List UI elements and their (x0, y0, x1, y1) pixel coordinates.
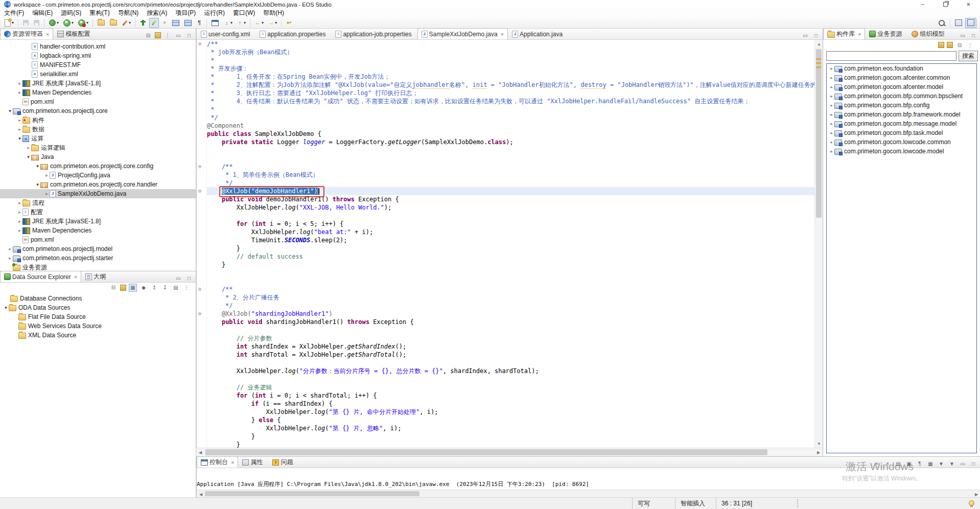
tree-expand-arrow-icon[interactable]: ▾ (3, 305, 9, 310)
tree-expand-arrow-icon[interactable]: ▸ (17, 118, 22, 123)
tree-item[interactable]: ▸com.primeton.gocom.bfp.common.bpsclient (827, 91, 976, 101)
tree-expand-arrow-icon[interactable]: ▸ (26, 145, 31, 150)
minimize-view-icon[interactable]: ▭ (174, 274, 182, 282)
save-all-icon[interactable] (32, 18, 41, 28)
code-line[interactable]: public void demoJobHandler1() throws Exc… (207, 195, 814, 203)
tree-item[interactable]: xserialkiller.xml (0, 70, 196, 79)
dropdown-arrow-icon[interactable]: ▾ (57, 20, 59, 25)
tree-expand-arrow-icon[interactable]: ▸ (829, 84, 834, 89)
search-icon[interactable] (936, 18, 947, 28)
tree-expand-arrow-icon[interactable]: ▸ (829, 66, 834, 71)
scroll-down-arrow[interactable]: ▼ (815, 439, 823, 448)
tree-expand-arrow-icon[interactable]: ▸ (829, 103, 834, 108)
tree-expand-arrow-icon[interactable]: ▸ (17, 200, 22, 205)
tab-console[interactable]: 控制台× (197, 456, 238, 468)
code-line[interactable]: XxlJobHelper.log("第 {} 片, 命中分片开始处理", i); (207, 408, 814, 416)
maximize-view-icon[interactable]: □ (812, 31, 820, 39)
code-line[interactable]: if (i == shardIndex) { (207, 400, 814, 408)
code-line[interactable] (207, 375, 814, 383)
view-menu-icon[interactable]: ⋮ (182, 284, 191, 292)
maximize-view-icon[interactable]: □ (185, 31, 193, 39)
code-line[interactable]: * 3、执行日志：需要通过 "XxlJobHelper.log" 打印执行日志； (207, 89, 814, 97)
tree-expand-arrow-icon[interactable]: ▸ (44, 191, 50, 196)
tree-item[interactable]: Web Services Data Source (0, 321, 196, 331)
code-line[interactable]: /** (207, 40, 814, 48)
connect-icon[interactable]: ◆ (139, 284, 148, 292)
minimize-view-icon[interactable]: ▭ (174, 31, 182, 39)
code-line[interactable]: @XxlJob("demoJobHandler1") (207, 187, 814, 195)
link-selection-icon[interactable] (120, 285, 126, 291)
tab-samplexxljobdemo[interactable]: JSampleXxlJobDemo.java× (417, 28, 508, 39)
code-line[interactable]: /** (207, 163, 814, 171)
code-line[interactable]: * 2、分片广播任务 (207, 293, 814, 302)
tree-item[interactable]: XML Data Source (0, 331, 196, 340)
tree-item[interactable]: ▸数据 (0, 125, 196, 134)
minimize-view-icon[interactable]: ▭ (801, 31, 809, 39)
tree-item[interactable]: ▾com.primeton.eos.projectlj.core.config (0, 161, 196, 171)
tree-item[interactable]: ▸com.primeton.gocom.bfp.message.model (827, 119, 976, 128)
code-line[interactable]: public class SampleXxlJobDemo { (207, 130, 814, 138)
tree-expand-arrow-icon[interactable]: ▸ (44, 173, 50, 178)
close-tab-icon[interactable]: × (46, 31, 49, 37)
tree-expand-arrow-icon[interactable]: ▸ (829, 149, 834, 154)
code-line[interactable] (207, 359, 814, 367)
code-line[interactable]: TimeUnit.SECONDS.sleep(2); (207, 236, 814, 244)
maximize-view-icon[interactable]: □ (969, 459, 977, 468)
tree-item[interactable]: ▾ODA Data Sources (0, 303, 196, 312)
tree-item[interactable]: ▸Maven Dependencies (0, 226, 196, 235)
minimize-view-icon[interactable]: ▭ (959, 31, 967, 39)
menu-item[interactable]: 导航(N) (114, 9, 143, 17)
save-icon[interactable] (21, 18, 31, 28)
code-area[interactable]: /** * job开发示例（Bean模式） * * 开发步骤： * 1、任务开发… (207, 40, 814, 448)
tree-item[interactable]: ▸com.primeton.gocom.lowcode.common (827, 137, 976, 147)
tab-application-java[interactable]: JApplication.java (508, 28, 568, 39)
dropdown-arrow-icon[interactable]: ▾ (230, 20, 232, 25)
tree-item[interactable]: ▾com.primeton.eos.projectlj.core (0, 106, 196, 115)
code-line[interactable]: private static Logger logger = LoggerFac… (207, 138, 814, 146)
tree-item[interactable]: ▸Maven Dependencies (0, 88, 196, 97)
remove-all-launches-icon[interactable]: × (883, 459, 892, 468)
library-search-button[interactable]: 搜索 (959, 51, 978, 61)
minimize-window-button[interactable]: ─ (911, 0, 934, 9)
tab-properties[interactable]: 属性 (238, 456, 268, 468)
tree-expand-arrow-icon[interactable]: ▸ (17, 90, 22, 95)
tree-expand-arrow-icon[interactable]: ▾ (17, 136, 22, 141)
tab-application-job-properties[interactable]: ≡application-job.properties (331, 28, 417, 39)
tree-expand-arrow-icon[interactable]: ▸ (829, 130, 834, 135)
restore-window-button[interactable] (934, 0, 957, 9)
tree-expand-arrow-icon[interactable]: ▸ (17, 210, 22, 215)
menu-item[interactable]: 文件(F) (0, 9, 28, 17)
open-eos-resource-icon[interactable] (96, 18, 107, 28)
code-line[interactable]: * job开发示例（Bean模式） (207, 48, 814, 56)
tab-data-source-explorer[interactable]: Data Source Explorer× (0, 271, 81, 282)
code-line[interactable]: } (207, 441, 814, 448)
tab-template-config[interactable]: 模板配置 (53, 28, 96, 39)
code-line[interactable] (207, 146, 814, 154)
menu-item[interactable]: 源码(S) (57, 9, 85, 17)
external-tools-icon[interactable]: ▾ (47, 18, 60, 28)
tree-item[interactable]: ▸构件 (0, 115, 196, 125)
tab-outline[interactable]: 大纲 (81, 271, 111, 282)
show-whitespace-icon[interactable]: ¶ (195, 18, 204, 28)
code-line[interactable]: int shardTotal = XxlJobHelper.getShardTo… (207, 351, 814, 359)
close-window-button[interactable]: ✕ (957, 0, 980, 9)
tree-item[interactable]: 业务资源 (0, 263, 196, 271)
tree-item[interactable]: ▸com.primeton.gocom.afcenter.model (827, 82, 976, 91)
open-perspective-icon[interactable] (953, 18, 964, 28)
tree-item[interactable]: ▾Java (0, 152, 196, 161)
code-line[interactable]: /** (207, 285, 814, 293)
tree-expand-arrow-icon[interactable]: ▸ (829, 94, 834, 99)
tab-application-properties[interactable]: ≡application.properties (255, 28, 331, 39)
tree-item[interactable]: ▸com.primeton.eos.projectlj.starter (0, 253, 196, 263)
run-icon[interactable]: ▾ (61, 18, 75, 28)
tip-lightbulb-icon[interactable] (969, 500, 974, 506)
warning-marker[interactable] (816, 62, 821, 64)
fetch-resource-icon[interactable] (138, 18, 148, 28)
fold-toggle-icon[interactable]: ⊖ (198, 187, 201, 195)
tree-expand-arrow-icon[interactable]: ▾ (7, 108, 13, 113)
code-line[interactable]: @Component (207, 122, 814, 130)
fold-toggle-icon[interactable]: ⊖ (198, 163, 201, 171)
tab-user-config[interactable]: ≡user-config.xml (197, 28, 255, 39)
dropdown-arrow-icon[interactable]: ▾ (12, 20, 14, 25)
tab-business-resources[interactable]: 业务资源 (865, 28, 907, 39)
